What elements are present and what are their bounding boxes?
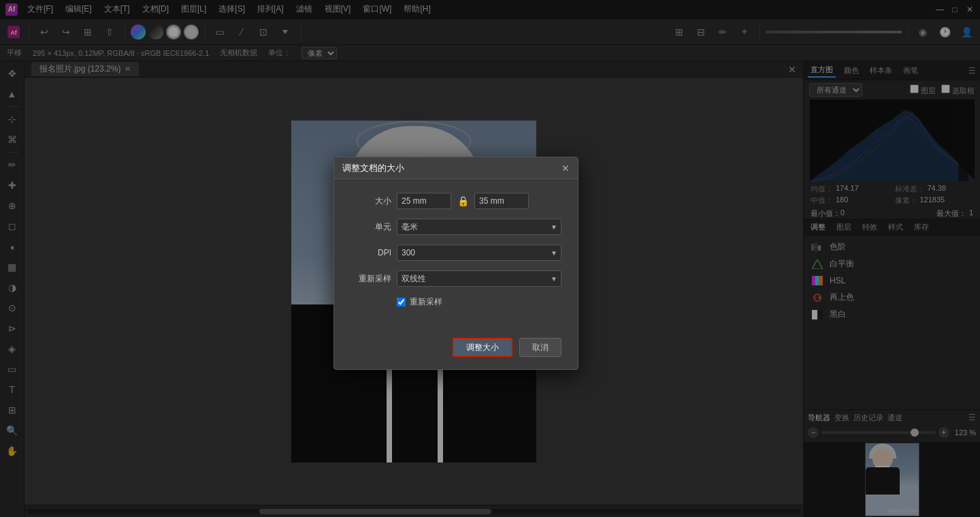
dialog-unit-row: 单元 毫米 厘米 像素 英寸 ▼ xyxy=(350,219,561,235)
dialog-height-input[interactable] xyxy=(474,193,529,209)
dialog-checkbox-row: 重新采样 xyxy=(350,296,561,308)
dialog-footer: 调整大小 取消 xyxy=(334,331,578,369)
dialog-unit-select[interactable]: 毫米 厘米 像素 英寸 xyxy=(397,219,561,235)
modal-overlay: 调整文档的大小 ✕ 大小 🔒 单元 毫米 厘米 像素 英寸 xyxy=(0,0,980,517)
dialog-dpi-select-wrap: 300 72 96 150 ▼ xyxy=(397,245,561,261)
dialog-unit-label: 单元 xyxy=(350,221,391,233)
dialog-cancel-button[interactable]: 取消 xyxy=(519,338,561,357)
dialog-close-button[interactable]: ✕ xyxy=(561,163,570,174)
dialog-dpi-row: DPI 300 72 96 150 ▼ xyxy=(350,245,561,261)
dialog-dpi-select[interactable]: 300 72 96 150 xyxy=(397,245,561,261)
dialog-size-label: 大小 xyxy=(350,195,391,207)
resize-dialog: 调整文档的大小 ✕ 大小 🔒 单元 毫米 厘米 像素 英寸 xyxy=(333,157,578,370)
dialog-lock-icon[interactable]: 🔒 xyxy=(457,195,469,207)
dialog-width-input[interactable] xyxy=(397,193,451,209)
dialog-resample-select-wrap: 双线性 最近邻 双三次 Lanczos ▼ xyxy=(397,270,561,287)
dialog-resample-label: 重新采样 xyxy=(350,273,391,285)
dialog-size-row: 大小 🔒 xyxy=(350,193,561,209)
dialog-resample-checkbox[interactable] xyxy=(397,298,406,307)
dialog-resample-select[interactable]: 双线性 最近邻 双三次 Lanczos xyxy=(397,270,561,287)
dialog-titlebar: 调整文档的大小 ✕ xyxy=(334,157,578,179)
dialog-dpi-label: DPI xyxy=(350,248,391,257)
dialog-checkbox-label: 重新采样 xyxy=(410,296,442,308)
dialog-title: 调整文档的大小 xyxy=(342,162,404,174)
dialog-resize-button[interactable]: 调整大小 xyxy=(453,338,512,357)
dialog-unit-select-wrap: 毫米 厘米 像素 英寸 ▼ xyxy=(397,219,561,235)
dialog-body: 大小 🔒 单元 毫米 厘米 像素 英寸 ▼ xyxy=(334,179,578,331)
dialog-resample-row: 重新采样 双线性 最近邻 双三次 Lanczos ▼ xyxy=(350,270,561,287)
